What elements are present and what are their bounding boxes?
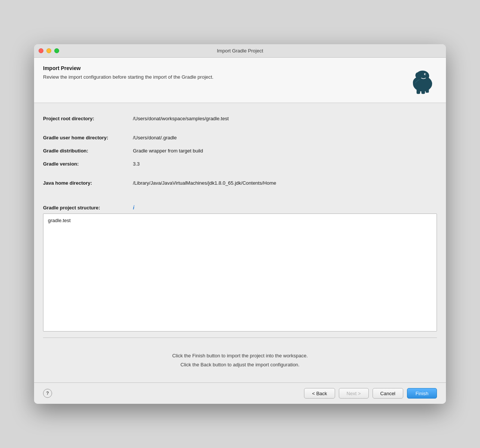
- footer: ? < Back Next > Cancel Finish: [34, 382, 446, 404]
- main-section: Project root directory: /Users/donat/wor…: [34, 103, 446, 382]
- info-icon: i: [133, 205, 134, 211]
- header-title: Import Preview: [43, 65, 400, 71]
- spacer-3: [43, 190, 133, 196]
- spacer-3b: [133, 190, 437, 196]
- main-window: Import Gradle Project Import Preview Rev…: [34, 44, 446, 404]
- project-structure-section: Gradle project structure: i gradle.test: [43, 205, 437, 332]
- svg-point-3: [425, 74, 426, 75]
- spacer-1b: [133, 125, 437, 131]
- spacer-2b: [133, 170, 437, 176]
- window-title: Import Gradle Project: [217, 48, 263, 54]
- section-divider: [43, 337, 437, 338]
- minimize-button[interactable]: [46, 48, 51, 53]
- field-label-1: Gradle user home directory:: [43, 131, 133, 144]
- field-label-2: Gradle distribution:: [43, 144, 133, 157]
- maximize-button[interactable]: [54, 48, 59, 53]
- project-structure-label: Gradle project structure:: [43, 205, 133, 211]
- close-button[interactable]: [39, 48, 43, 53]
- fields-table: Project root directory: /Users/donat/wor…: [43, 112, 437, 196]
- field-value-2: Gradle wrapper from target build: [133, 144, 437, 157]
- spacer-1: [43, 125, 133, 131]
- field-label-4: Java home directory:: [43, 176, 133, 190]
- project-tree-item: gradle.test: [48, 218, 71, 223]
- svg-rect-7: [426, 88, 429, 93]
- field-value-1: /Users/donat/.gradle: [133, 131, 437, 144]
- next-button[interactable]: Next >: [339, 388, 369, 399]
- footer-buttons: < Back Next > Cancel Finish: [304, 388, 437, 399]
- project-structure-box: gradle.test: [43, 214, 437, 332]
- field-value-4: /Library/Java/JavaVirtualMachines/jdk1.8…: [133, 176, 437, 190]
- spacer-2: [43, 170, 133, 176]
- content-area: Import Preview Review the import configu…: [34, 58, 446, 404]
- structure-header-row: Gradle project structure: i: [43, 205, 437, 211]
- field-value-3: 3.3: [133, 157, 437, 170]
- cancel-button[interactable]: Cancel: [373, 388, 403, 399]
- svg-rect-6: [421, 89, 425, 94]
- header-description: Review the import configuration before s…: [43, 73, 400, 81]
- field-value-0: /Users/donat/workspace/samples/gradle.te…: [133, 112, 437, 125]
- traffic-lights: [39, 48, 59, 53]
- header-text: Import Preview Review the import configu…: [43, 65, 400, 81]
- field-label-3: Gradle version:: [43, 157, 133, 170]
- help-button[interactable]: ?: [43, 389, 52, 398]
- finish-button[interactable]: Finish: [407, 388, 437, 399]
- title-bar: Import Gradle Project: [34, 44, 446, 58]
- instruction-line2: Click the Back button to adjust the impo…: [43, 360, 437, 369]
- gradle-elephant-icon: [407, 65, 437, 95]
- svg-rect-5: [417, 89, 420, 94]
- field-label-0: Project root directory:: [43, 112, 133, 125]
- footer-left: ?: [43, 389, 52, 398]
- instruction-section: Click the Finish button to import the pr…: [43, 344, 437, 376]
- instruction-text: Click the Finish button to import the pr…: [43, 351, 437, 369]
- instruction-line1: Click the Finish button to import the pr…: [43, 351, 437, 360]
- svg-point-4: [415, 72, 420, 78]
- header-section: Import Preview Review the import configu…: [34, 58, 446, 103]
- back-button[interactable]: < Back: [304, 388, 335, 399]
